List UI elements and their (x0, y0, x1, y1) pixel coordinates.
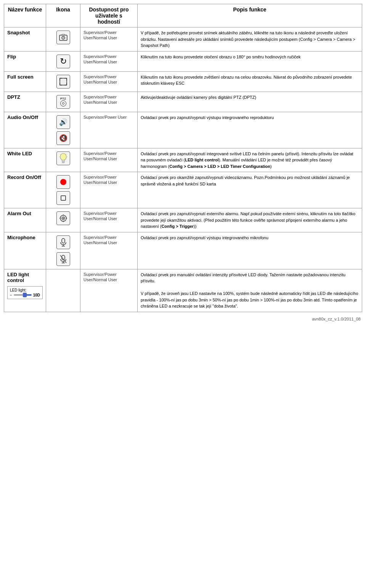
microphone-on-icon[interactable] (56, 235, 70, 249)
icon-group-record (49, 174, 77, 206)
desc-microphone: Ovládací prvek pro zapnutí/vypnutí výstu… (141, 235, 268, 240)
cell-icon-audio: 🔊 🔇 (46, 112, 80, 148)
row-label-snapshot: Snapshot (7, 30, 30, 35)
icon-group-flip: ↻ (49, 54, 77, 69)
svg-rect-4 (60, 78, 67, 85)
microphone-off-icon[interactable] (56, 252, 70, 266)
led-light-widget[interactable]: LED light: − 10D (7, 286, 43, 299)
table-row: Audio On/Off 🔊 🔇 Supervisor/Power User O… (4, 112, 362, 148)
row-label-flip: Flip (7, 54, 16, 60)
access-flip: Supervisor/Power User/Normal User (83, 54, 117, 64)
led-minus-icon[interactable]: − (10, 293, 12, 297)
svg-point-15 (63, 217, 64, 219)
table-row: Record On/Off Supervisor/Power User/Norm… (4, 172, 362, 208)
desc-record: Ovládací prvek pro okamžité zapnutí/vypn… (141, 175, 350, 186)
svg-rect-20 (62, 238, 65, 243)
table-row: LED lightcontrol LED light: − 10D Superv… (4, 269, 362, 312)
row-label-alarm: Alarm Out (7, 211, 31, 216)
led-slider-row: − 10D (10, 293, 40, 297)
led-value: 10D (33, 293, 40, 297)
icon-group-whiteled (49, 151, 77, 166)
svg-line-10 (66, 154, 66, 155)
svg-point-3 (63, 37, 64, 39)
version-label: avn80x_cz_v.1.0/2011_08 (312, 317, 361, 321)
cell-icon-alarm (46, 208, 80, 232)
cell-icon-dptz: PTZ (46, 92, 80, 112)
row-label-whiteled: White LED (7, 151, 32, 156)
table-row: Full screen Supervisor/ (4, 71, 362, 92)
led-slider[interactable] (14, 294, 32, 296)
access-microphone: Supervisor/Power User/Normal User (83, 235, 117, 245)
svg-point-5 (60, 153, 66, 160)
audio-off-icon[interactable]: 🔇 (56, 131, 70, 145)
access-dptz: Supervisor/Power User/Normal User (83, 95, 117, 105)
icon-group-alarm (49, 211, 77, 226)
record-on-icon[interactable] (56, 175, 70, 189)
header-access: Dostupnost pro uživatele s hodností (80, 4, 138, 27)
table-header: Název funkce Ikona Dostupnost pro uživat… (4, 4, 362, 27)
access-record: Supervisor/Power User/Normal User (83, 175, 117, 185)
header-name: Název funkce (4, 4, 46, 27)
header-icon: Ikona (46, 4, 80, 27)
table-row: Microphone (4, 232, 362, 269)
row-label-dptz: DPTZ (7, 94, 20, 100)
access-whiteled: Supervisor/Power User/Normal User (83, 151, 117, 161)
table-row: Flip ↻ Supervisor/Power User/Normal User… (4, 51, 362, 71)
snapshot-icon[interactable] (56, 31, 70, 44)
desc-audio: Ovládací prvek pro zapnutí/vypnutí výstu… (141, 115, 274, 120)
record-off-icon[interactable] (56, 191, 70, 205)
icon-group-audio: 🔊 🔇 (49, 114, 77, 146)
cell-icon-whiteled (46, 148, 80, 172)
row-label-audio: Audio On/Off (7, 114, 38, 120)
table-row: Alarm Out (4, 208, 362, 232)
desc-dptz: Aktivuje/deaktivuje ovládání kamery přes… (141, 95, 256, 100)
svg-line-9 (60, 154, 61, 155)
icon-group-microphone (49, 235, 77, 267)
led-slider-thumb[interactable] (23, 293, 27, 297)
cell-icon-microphone (46, 232, 80, 269)
desc-flip: Kliknutím na tuto ikonu provedete otočen… (141, 55, 301, 59)
row-label-ledlight: LED lightcontrol (7, 272, 29, 283)
row-label-fullscreen: Full screen (7, 74, 34, 80)
desc-alarm: Ovládací prvek pro zapnutí/vypnutí exter… (141, 211, 355, 229)
audio-on-icon[interactable]: 🔊 (56, 115, 70, 129)
access-ledlight: Supervisor/Power User/Normal User (83, 272, 117, 282)
led-on-icon[interactable] (56, 151, 70, 165)
fullscreen-icon[interactable] (56, 75, 70, 89)
access-audio: Supervisor/Power User (83, 115, 127, 119)
cell-icon-ledlight (46, 269, 80, 312)
icon-group-snapshot (49, 30, 77, 45)
dptz-icon[interactable]: PTZ (56, 95, 70, 109)
desc-snapshot: V případě, že potřebujete provést snímek… (141, 31, 355, 48)
cell-icon-record (46, 172, 80, 208)
table-row: DPTZ PTZ Supervisor/Power User/Normal Us… (4, 92, 362, 112)
table-row: Snapshot Supervisor/Power User/Normal (4, 27, 362, 52)
cell-icon-fullscreen (46, 71, 80, 92)
svg-rect-6 (62, 161, 64, 162)
cell-icon-flip: ↻ (46, 51, 80, 71)
cell-icon-snapshot (46, 27, 80, 52)
flip-icon[interactable]: ↻ (56, 55, 70, 68)
access-alarm: Supervisor/Power User/Normal User (83, 211, 117, 221)
desc-whiteled: Ovládací prvek pro zapnutí/vypnutí integ… (141, 151, 353, 169)
row-label-record: Record On/Off (7, 174, 41, 180)
footer: avn80x_cz_v.1.0/2011_08 (4, 317, 362, 321)
access-fullscreen: Supervisor/Power User/Normal User (83, 74, 117, 84)
desc-fullscreen: Kliknutím na tuto ikonu provedete zvětše… (141, 75, 352, 86)
icon-group-fullscreen (49, 74, 77, 89)
access-snapshot: Supervisor/Power User/Normal User (83, 30, 117, 40)
header-desc: Popis funkce (138, 4, 362, 27)
led-light-label: LED light: (10, 288, 40, 292)
row-label-microphone: Microphone (7, 235, 35, 240)
alarm-icon[interactable] (56, 211, 70, 225)
svg-rect-7 (62, 162, 64, 163)
desc-ledlight: Ovládací prvek pro manuální ovládání int… (141, 272, 358, 309)
icon-group-dptz: PTZ (49, 94, 77, 110)
svg-rect-2 (62, 34, 65, 35)
table-row: White LED (4, 148, 362, 172)
